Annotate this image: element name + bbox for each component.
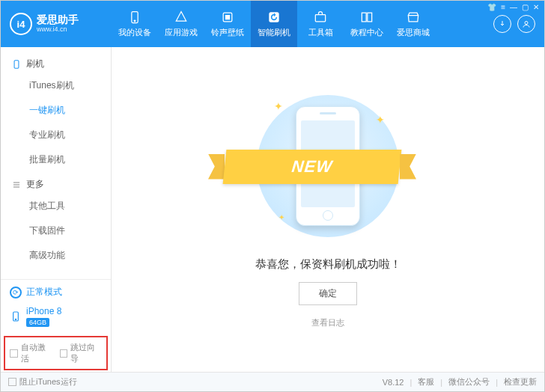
brand-name: 爱思助手 [37, 14, 79, 25]
block-itunes-checkbox[interactable]: 阻止iTunes运行 [8, 376, 77, 388]
sidebar-item-oneclick-flash[interactable]: 一键刷机 [1, 98, 111, 123]
nav-label: 智能刷机 [258, 27, 290, 38]
toolbox-icon [313, 10, 328, 25]
svg-rect-6 [14, 60, 19, 68]
section-title: 刷机 [26, 58, 44, 70]
store-icon [406, 10, 421, 25]
sidebar-item-other-tools[interactable]: 其他工具 [1, 194, 111, 218]
phone-outline-icon [11, 59, 22, 70]
svg-point-8 [15, 319, 16, 319]
svg-point-1 [134, 20, 136, 22]
section-title: 更多 [26, 178, 44, 191]
sidebar-item-pro-flash[interactable]: 专业刷机 [1, 123, 111, 147]
sidebar-item-download-fw[interactable]: 下载固件 [1, 218, 111, 243]
auto-activate-checkbox[interactable]: 自动激活 [10, 342, 52, 364]
checkbox-label: 阻止iTunes运行 [19, 376, 77, 388]
main-content: ✦ ✦ ✦ NEW 恭喜您，保资料刷机成功啦！ 确定 查看日志 [112, 47, 544, 372]
nav-label: 爱思商城 [397, 27, 430, 38]
media-icon [220, 10, 235, 25]
svg-rect-4 [315, 15, 325, 22]
sidebar-section-flash: 刷机 [1, 52, 111, 73]
version-label: V8.12 [383, 378, 404, 387]
header-right [493, 15, 544, 33]
nav-label: 教程中心 [350, 27, 383, 38]
device-mode[interactable]: ⟳ 正常模式 [1, 280, 111, 304]
nav-label: 铃声壁纸 [211, 27, 244, 38]
nav-label: 应用游戏 [165, 27, 198, 38]
nav-toolbox[interactable]: 工具箱 [297, 1, 344, 47]
nav-my-device[interactable]: 我的设备 [112, 1, 158, 47]
phone-icon [127, 10, 142, 25]
skip-guide-checkbox[interactable]: 跳过向导 [60, 342, 103, 364]
sidebar-section-more: 更多 [1, 172, 111, 194]
apps-icon [174, 10, 189, 25]
sync-icon: ⟳ [10, 287, 22, 298]
ribbon-text: NEW [223, 150, 402, 184]
book-icon [359, 10, 374, 25]
ok-button[interactable]: 确定 [299, 282, 357, 305]
svg-point-5 [525, 22, 528, 25]
user-button[interactable] [517, 15, 535, 33]
nav-label: 我的设备 [118, 27, 151, 38]
status-bar: 阻止iTunes运行 V8.12 | 客服 | 微信公众号 | 检查更新 [1, 372, 544, 391]
wechat-link[interactable]: 微信公众号 [448, 376, 490, 388]
menu-button[interactable]: ≡ [501, 3, 505, 11]
sidebar-item-itunes-flash[interactable]: iTunes刷机 [1, 73, 111, 98]
brand-site: www.i4.cn [37, 26, 79, 34]
nav-apps[interactable]: 应用游戏 [158, 1, 204, 47]
new-ribbon: NEW [208, 150, 416, 184]
download-button[interactable] [493, 15, 511, 33]
device-name: iPhone 8 [26, 306, 61, 316]
top-nav: 我的设备 应用游戏 铃声壁纸 智能刷机 工具箱 教程中心 爱思商城 [112, 1, 436, 47]
minimize-button[interactable]: — [510, 3, 517, 11]
checkbox-label: 自动激活 [21, 342, 52, 364]
logo-icon: i4 [10, 13, 32, 35]
sidebar-item-advanced[interactable]: 高级功能 [1, 243, 111, 268]
checkbox-label: 跳过向导 [70, 342, 102, 364]
list-icon [11, 180, 22, 190]
success-message: 恭喜您，保资料刷机成功啦！ [255, 257, 401, 272]
mode-label: 正常模式 [26, 286, 62, 298]
storage-badge: 64GB [26, 318, 49, 327]
check-update-link[interactable]: 检查更新 [504, 376, 537, 388]
maximize-button[interactable]: ▢ [522, 3, 529, 11]
device-icon [10, 310, 22, 322]
skin-button[interactable]: 👕 [487, 3, 496, 11]
support-link[interactable]: 客服 [418, 376, 434, 388]
refresh-icon [267, 10, 281, 25]
view-log-link[interactable]: 查看日志 [311, 317, 344, 328]
highlighted-options: 自动激活 跳过向导 [4, 336, 108, 370]
window-controls: 👕 ≡ — ▢ ✕ [487, 3, 539, 11]
user-icon [522, 19, 531, 28]
close-button[interactable]: ✕ [533, 3, 539, 11]
nav-flash[interactable]: 智能刷机 [251, 1, 297, 47]
logo[interactable]: i4 爱思助手 www.i4.cn [1, 13, 112, 35]
sidebar: 刷机 iTunes刷机 一键刷机 专业刷机 批量刷机 更多 其他工具 下载固件 … [1, 47, 112, 372]
device-row[interactable]: iPhone 8 64GB [1, 304, 111, 334]
nav-label: 工具箱 [308, 27, 333, 38]
nav-store[interactable]: 爱思商城 [390, 1, 436, 47]
nav-ringtones[interactable]: 铃声壁纸 [204, 1, 251, 47]
header: 👕 ≡ — ▢ ✕ i4 爱思助手 www.i4.cn 我的设备 应用游戏 铃声… [1, 1, 544, 47]
download-icon [498, 19, 507, 28]
sidebar-item-batch-flash[interactable]: 批量刷机 [1, 147, 111, 172]
nav-tutorials[interactable]: 教程中心 [344, 1, 390, 47]
success-illustration: ✦ ✦ ✦ NEW [253, 91, 403, 241]
